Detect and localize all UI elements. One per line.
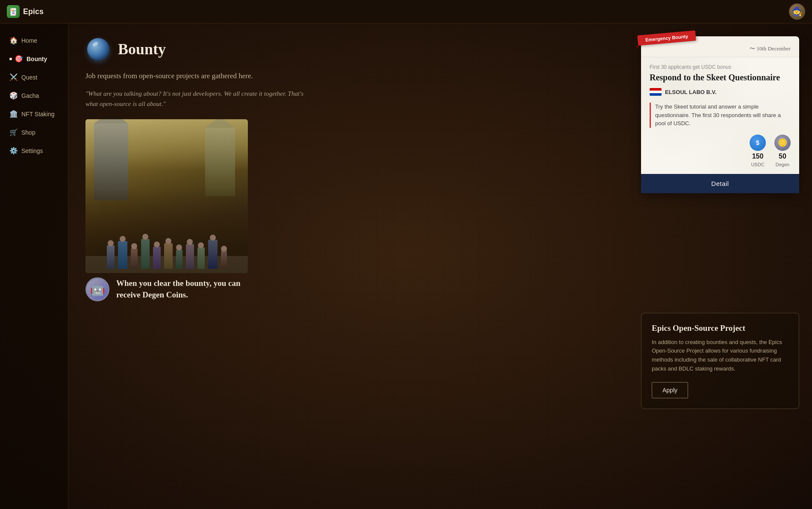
company-flag-icon: [650, 88, 662, 96]
sidebar-item-settings[interactable]: ⚙️ Settings: [3, 142, 65, 159]
bounty-icon-container: [85, 36, 111, 62]
figure-5: [153, 247, 161, 269]
figure-2: [118, 241, 127, 269]
sidebar-label-shop: Shop: [21, 129, 35, 136]
bounty-quote: "What are you talking about? It's not ju…: [85, 88, 308, 109]
company-row: ELSOUL LABO B.V.: [650, 88, 791, 96]
sidebar-item-bounty[interactable]: 🎯 Bounty: [3, 50, 65, 67]
sidebar-label-bounty: Bounty: [26, 56, 47, 62]
figure-10: [208, 240, 218, 269]
sidebar-label-quest: Quest: [21, 74, 37, 81]
logo-emoji: 🃏: [9, 8, 18, 16]
degen-avatar: 🤖: [85, 277, 109, 301]
figure-1: [107, 245, 115, 269]
degen-amount: 50: [779, 153, 786, 160]
sidebar: 🏠 Home 🎯 Bounty ⚔️ Quest 🎲 Gacha 🏛️ NFT …: [0, 24, 68, 509]
degen-coin-icon: 🪙: [774, 135, 791, 151]
figure-4: [141, 239, 150, 269]
card-divider-block: Try the Skeet tutorial and answer a simp…: [650, 103, 791, 128]
home-icon: 🏠: [9, 36, 17, 44]
app-name: Epics: [23, 7, 44, 16]
sidebar-label-settings: Settings: [21, 147, 43, 154]
degen-coin-emoji: 🪙: [778, 138, 787, 147]
bounty-description: Job requests from open-source projects a…: [85, 71, 299, 82]
degen-section: 🤖 When you clear the bounty, you can rec…: [85, 277, 615, 301]
card-description: Try the Skeet tutorial and answer a simp…: [655, 103, 791, 128]
bounty-sphere-icon: [87, 38, 109, 60]
sidebar-item-nft-staking[interactable]: 🏛️ NFT Staking: [3, 106, 65, 122]
crowd-area: [85, 188, 248, 273]
usdc-symbol: $: [756, 139, 759, 146]
first-30-label: First 30 applicants get USDC bonus: [650, 64, 791, 70]
project-card: Epics Open-Source Project In addition to…: [641, 313, 799, 409]
nft-staking-icon: 🏛️: [9, 110, 17, 118]
user-avatar[interactable]: 🧙: [789, 3, 805, 20]
figure-6: [164, 243, 173, 269]
card-date: 〜 10th December: [750, 45, 791, 52]
reward-usdc: $ 150 USDC: [750, 135, 766, 167]
sidebar-item-home[interactable]: 🏠 Home: [3, 32, 65, 49]
left-content: Bounty Job requests from open-source pro…: [68, 24, 633, 509]
project-title: Epics Open-Source Project: [652, 324, 788, 333]
apply-button[interactable]: Apply: [652, 382, 688, 398]
card-body: First 30 applicants get USDC bonus Respo…: [641, 57, 799, 174]
quest-icon: ⚔️: [9, 73, 17, 81]
degen-coin-label: Degen: [776, 162, 789, 167]
bounty-icon: 🎯: [15, 55, 22, 63]
gacha-icon: 🎲: [9, 91, 17, 100]
shop-icon: 🛒: [9, 128, 17, 136]
sidebar-item-shop[interactable]: 🛒 Shop: [3, 124, 65, 141]
rewards-row: $ 150 USDC 🪙 50 Degen: [650, 135, 791, 167]
sidebar-item-gacha[interactable]: 🎲 Gacha: [3, 87, 65, 104]
usdc-amount: 150: [752, 153, 764, 160]
reward-degen: 🪙 50 Degen: [774, 135, 791, 167]
avatar-emoji: 🧙: [792, 6, 803, 17]
company-name: ELSOUL LABO B.V.: [665, 89, 717, 95]
detail-button[interactable]: Detail: [641, 174, 799, 193]
app-header: 🃏 Epics 🧙: [0, 0, 812, 24]
degen-avatar-emoji: 🤖: [90, 282, 105, 296]
logo-icon: 🃏: [7, 5, 20, 18]
figure-3: [131, 248, 138, 269]
card-title: Respond to the Skeet Questionnaire: [650, 72, 791, 83]
figure-7: [176, 250, 182, 269]
sidebar-label-nft-staking: NFT Staking: [21, 111, 55, 118]
logo[interactable]: 🃏 Epics: [7, 5, 44, 18]
sidebar-label-gacha: Gacha: [21, 92, 39, 99]
settings-icon: ⚙️: [9, 147, 17, 155]
sidebar-item-quest[interactable]: ⚔️ Quest: [3, 69, 65, 85]
main-layout: 🏠 Home 🎯 Bounty ⚔️ Quest 🎲 Gacha 🏛️ NFT …: [0, 24, 812, 509]
figure-9: [197, 247, 205, 269]
figure-8: [186, 244, 194, 269]
right-panel: Emergency Bounty 〜 10th December First 3…: [633, 24, 812, 509]
page-title: Bounty: [118, 40, 166, 58]
bounty-header: Bounty: [85, 36, 615, 62]
active-dot: [9, 58, 12, 60]
usdc-icon: $: [750, 135, 766, 151]
bounty-card: Emergency Bounty 〜 10th December First 3…: [641, 36, 799, 193]
project-description: In addition to creating bounties and que…: [652, 338, 788, 374]
usdc-label: USDC: [751, 162, 764, 167]
degen-text: When you clear the bounty, you can recei…: [116, 278, 253, 300]
medieval-illustration: [85, 119, 248, 273]
figure-11: [221, 251, 227, 269]
sidebar-label-home: Home: [21, 37, 37, 44]
